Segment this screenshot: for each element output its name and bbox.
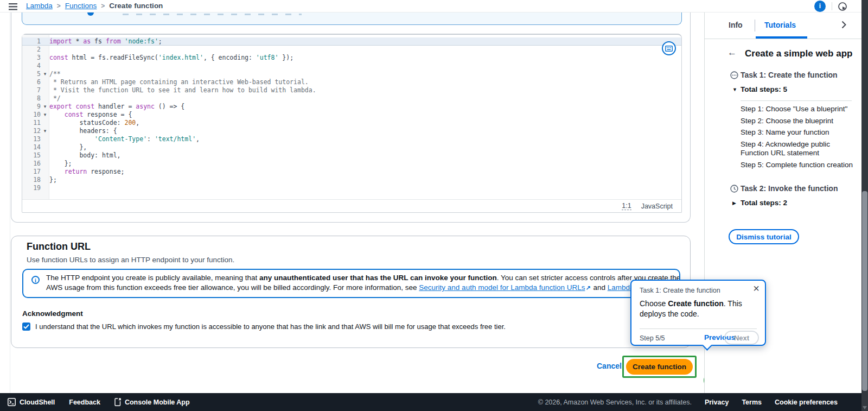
scrollbar-thumb[interactable] bbox=[862, 191, 867, 391]
code-fold-spacer bbox=[41, 151, 49, 160]
dismiss-tutorial-button[interactable]: Dismiss tutorial bbox=[729, 229, 799, 244]
code-text: }; bbox=[49, 176, 57, 184]
code-text: */ bbox=[49, 94, 61, 103]
console-footer-bar: CloudShell Feedback Console Mobile App ©… bbox=[0, 393, 868, 411]
code-line: 16 }; bbox=[22, 160, 681, 168]
info-icon: i bbox=[31, 276, 40, 284]
task1-total-steps[interactable]: Total steps: 5 bbox=[741, 85, 787, 93]
collapse-triangle-icon[interactable]: ▼ bbox=[732, 87, 737, 92]
menu-hamburger-icon[interactable] bbox=[9, 3, 17, 12]
line-number: 9 bbox=[22, 103, 41, 111]
acknowledgment-checkbox[interactable] bbox=[22, 323, 30, 331]
code-line: 14 }, bbox=[22, 143, 681, 151]
text-link[interactable]: Security and auth model for Lambda funct… bbox=[419, 283, 585, 292]
tab-info[interactable]: Info bbox=[729, 21, 743, 29]
expand-triangle-icon[interactable]: ▶ bbox=[732, 200, 736, 206]
code-text: }, bbox=[49, 143, 87, 151]
line-number: 17 bbox=[22, 168, 41, 176]
cloudshell-label: CloudShell bbox=[20, 399, 55, 406]
code-fold-icon[interactable]: ▾ bbox=[41, 111, 49, 119]
code-fold-icon[interactable]: ▾ bbox=[41, 103, 49, 111]
text: and bbox=[591, 283, 608, 292]
breadcrumb-item-lambda[interactable]: Lambda bbox=[26, 2, 53, 10]
info-banner-clipped bbox=[22, 12, 682, 25]
active-tab-underline bbox=[756, 36, 807, 39]
cloudshell-button[interactable]: CloudShell bbox=[8, 398, 55, 406]
footer-link-privacy[interactable]: Privacy bbox=[705, 399, 729, 406]
cursor-position[interactable]: 1:1 bbox=[622, 202, 631, 210]
collapsed-sidenav-border bbox=[10, 12, 10, 393]
code-line: 19 bbox=[22, 184, 681, 192]
code-line: 2 bbox=[22, 46, 681, 54]
popup-next-button-disabled[interactable]: Next bbox=[724, 331, 759, 345]
code-text: * Visit the function URL to see it and l… bbox=[49, 86, 316, 94]
code-line: 9▾export const handler = async () => { bbox=[22, 103, 681, 111]
code-text: const response = { bbox=[49, 111, 132, 119]
code-editor[interactable]: 1import * as fs from 'node:fs';23const h… bbox=[22, 34, 682, 213]
code-fold-spacer bbox=[41, 54, 49, 62]
line-number: 3 bbox=[22, 54, 41, 62]
code-fold-icon[interactable]: ▾ bbox=[41, 70, 49, 78]
acknowledgment-row: I understand that the URL which invokes … bbox=[22, 323, 506, 331]
code-fold-spacer bbox=[41, 46, 49, 54]
code-text: statusCode: 200, bbox=[49, 119, 139, 127]
console-mobile-app-label: Console Mobile App bbox=[125, 399, 190, 406]
footer-link-cookie-preferences[interactable]: Cookie preferences bbox=[775, 399, 838, 406]
footer-links: PrivacyTermsCookie preferences bbox=[705, 399, 838, 406]
bold-text: Create function bbox=[668, 299, 724, 308]
code-text: 'Content-Type': 'text/html', bbox=[49, 135, 200, 143]
task1-steps-list: Step 1: Choose "Use a blueprint"Step 2: … bbox=[741, 105, 858, 172]
function-url-title: Function URL bbox=[27, 241, 91, 252]
info-panel-toggle-icon[interactable]: i bbox=[814, 1, 826, 12]
breadcrumb-item-functions[interactable]: Functions bbox=[65, 2, 97, 10]
code-line: 15 body: html, bbox=[22, 151, 681, 160]
popup-divider bbox=[640, 328, 757, 329]
lambda-create-function-page: Lambda>Functions>Create function i 1impo… bbox=[0, 0, 868, 411]
code-text: * Returns an HTML page containing an int… bbox=[49, 78, 309, 86]
code-fold-spacer bbox=[41, 78, 49, 86]
tutorial-step: Step 4: Acknowledge public Function URL … bbox=[741, 140, 858, 158]
clipped-banner-text bbox=[123, 14, 302, 15]
usage-status-icon[interactable] bbox=[838, 2, 847, 11]
breadcrumb-separator-icon: > bbox=[101, 2, 105, 10]
language-selector[interactable]: JavaScript bbox=[641, 203, 673, 210]
public-endpoint-info-alert: i The HTTP endpoint you create is public… bbox=[22, 269, 680, 298]
tutorial-step: Step 1: Choose "Use a blueprint" bbox=[741, 105, 858, 114]
code-line: 12▾ headers: { bbox=[22, 127, 681, 135]
code-line: 7 * Visit the function URL to see it and… bbox=[22, 86, 681, 94]
code-fold-spacer bbox=[41, 135, 49, 143]
steps-divider bbox=[741, 100, 852, 101]
line-number: 12 bbox=[22, 127, 41, 135]
tutorial-step: Step 5: Complete function creation bbox=[741, 161, 858, 170]
footer-link-terms[interactable]: Terms bbox=[742, 399, 762, 406]
collapse-panel-chevron-icon[interactable] bbox=[841, 21, 846, 31]
page-scrollbar[interactable] bbox=[861, 0, 868, 411]
footer-right-group: © 2026, Amazon Web Services, Inc. or its… bbox=[538, 393, 838, 411]
task2-title: Task 2: Invoke the function bbox=[741, 184, 838, 193]
code-fold-spacer bbox=[41, 37, 49, 46]
code-fold-icon[interactable]: ▾ bbox=[41, 127, 49, 135]
popup-task-title: Task 1: Create the function bbox=[640, 287, 720, 294]
cancel-button[interactable]: Cancel bbox=[597, 362, 622, 370]
acknowledgment-text: I understand that the URL which invokes … bbox=[35, 323, 506, 331]
alert-text-line-1: The HTTP endpoint you create is publicly… bbox=[46, 274, 680, 282]
code-line: 11 statusCode: 200, bbox=[22, 119, 681, 127]
breadcrumb-item-create-function: Create function bbox=[109, 2, 163, 10]
task2-pending-clock-icon bbox=[730, 185, 738, 195]
feedback-button[interactable]: Feedback bbox=[69, 399, 100, 406]
create-function-button[interactable]: Create function bbox=[626, 359, 693, 375]
scrollbar-down-arrow[interactable] bbox=[863, 406, 867, 409]
popup-step-counter: Step 5/5 bbox=[640, 334, 665, 342]
close-icon[interactable]: × bbox=[753, 282, 760, 294]
code-fold-spacer bbox=[41, 86, 49, 94]
keyboard-shortcuts-icon[interactable] bbox=[662, 41, 676, 55]
tab-tutorials[interactable]: Tutorials bbox=[764, 21, 796, 29]
tutorial-step: Step 3: Name your function bbox=[741, 128, 858, 137]
console-mobile-app-button[interactable]: Console Mobile App bbox=[114, 398, 190, 406]
code-text: headers: { bbox=[49, 127, 117, 135]
external-link-icon: ↗ bbox=[585, 284, 591, 291]
code-text: import * as fs from 'node:fs'; bbox=[49, 37, 162, 46]
task2-total-steps[interactable]: Total steps: 2 bbox=[741, 199, 787, 207]
back-arrow-icon[interactable]: ← bbox=[727, 47, 737, 58]
code-line: 18}; bbox=[22, 176, 681, 184]
